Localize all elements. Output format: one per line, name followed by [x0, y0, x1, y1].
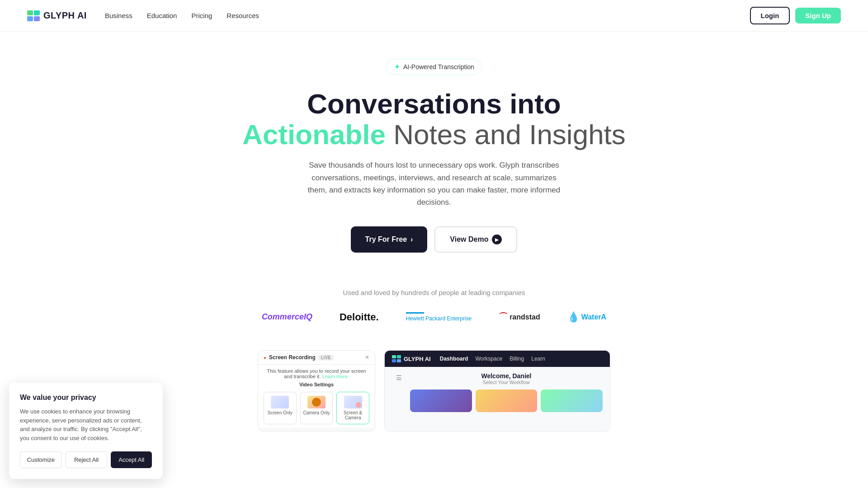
companies-logos: CommerceIQ Deloitte. Hewlett Packard Ent… [18, 311, 850, 323]
try-free-arrow: › [410, 235, 413, 244]
hero-title-bold: Actionable [242, 119, 386, 150]
view-demo-label: View Demo [450, 235, 488, 244]
live-badge: LIVE [318, 355, 334, 361]
try-free-button[interactable]: Try For Free › [351, 226, 428, 253]
screenshots-area: ● Screen Recording LIVE ✕ This feature a… [240, 341, 628, 432]
app-logo-icon [392, 355, 401, 362]
app-nav-workspace[interactable]: Workspace [475, 356, 502, 362]
workflow-grid [410, 389, 603, 412]
signup-button[interactable]: Sign Up [795, 8, 841, 23]
view-demo-button[interactable]: View Demo ▶ [434, 226, 517, 253]
app-logo: GLYPH AI [392, 355, 431, 362]
tab-screen-only[interactable]: Screen Only [264, 392, 297, 424]
navbar-right: Login Sign Up [750, 7, 841, 24]
navbar: GLYPH AI Business Education Pricing Reso… [0, 0, 868, 32]
hero-title-line1: Conversations into [242, 89, 626, 119]
cookie-banner: We value your privacy We use cookies to … [9, 383, 163, 450]
app-logo-text: GLYPH AI [404, 356, 431, 362]
close-icon[interactable]: ✕ [365, 354, 369, 361]
logo-commerceiq: CommerceIQ [262, 312, 312, 322]
recording-tabs: Screen Only Camera Only Screen & Camera [264, 392, 369, 424]
app-content: Welcome, Daniel Select Your Workflow [410, 372, 603, 412]
nav-resources[interactable]: Resources [226, 12, 259, 19]
nav-pricing[interactable]: Pricing [191, 12, 212, 19]
app-dashboard-card: GLYPH AI Dashboard Workspace Billing Lea… [384, 350, 610, 432]
hero-title-line2: Actionable Notes and Insights [242, 119, 626, 150]
badge-text: AI-Powered Transcription [403, 63, 474, 70]
hero-title: Conversations into Actionable Notes and … [242, 89, 626, 150]
screen-rec-body: This feature allows you to record your s… [258, 365, 375, 428]
tab-camera-only[interactable]: Camera Only [300, 392, 333, 424]
nav-business[interactable]: Business [105, 12, 132, 19]
hero-buttons: Try For Free › View Demo ▶ [351, 226, 518, 253]
app-nav: Dashboard Workspace Billing Learn [440, 356, 545, 362]
companies-section: Used and loved by hundreds of people at … [18, 280, 850, 341]
cookie-text: We use cookies to enhance your browsing … [20, 407, 152, 442]
login-button[interactable]: Login [750, 7, 790, 24]
app-header: GLYPH AI Dashboard Workspace Billing Lea… [385, 351, 610, 367]
logo-hp: Hewlett Packard Enterprise [406, 312, 472, 322]
logo-icon [27, 10, 40, 21]
hero-subtitle: Save thousands of hours lost to unnecess… [307, 159, 561, 208]
screen-rec-title: ● Screen Recording LIVE [264, 354, 334, 361]
tab-screen-camera[interactable]: Screen & Camera [336, 392, 369, 424]
hero-badge: ✦ AI-Powered Transcription [386, 59, 482, 75]
logo-randstad: ⌒ randstad [499, 311, 540, 323]
screen-rec-description: This feature allows you to record your s… [264, 368, 369, 379]
sidebar-menu-icon[interactable]: ☰ [395, 374, 403, 382]
app-nav-learn[interactable]: Learn [531, 356, 545, 362]
app-nav-billing[interactable]: Billing [509, 356, 524, 362]
try-free-label: Try For Free [365, 235, 407, 244]
logo[interactable]: GLYPH AI [27, 10, 87, 21]
logo-deloitte: Deloitte. [340, 311, 379, 323]
app-body: ☰ Welcome, Daniel Select Your Workflow [385, 367, 610, 418]
navbar-left: GLYPH AI Business Education Pricing Reso… [27, 10, 259, 21]
app-sidebar: ☰ [392, 372, 406, 412]
logo-water: 💧 WaterA [567, 311, 606, 323]
hero-title-rest: Notes and Insights [386, 119, 626, 150]
companies-label: Used and loved by hundreds of people at … [18, 289, 850, 296]
nav-education[interactable]: Education [147, 12, 177, 19]
welcome-text: Welcome, Daniel [410, 372, 603, 380]
learn-more-link[interactable]: Learn more. [322, 374, 349, 379]
demo-play-icon: ▶ [492, 235, 502, 244]
video-settings-label: Video Settings [264, 382, 369, 387]
screen-recording-card: ● Screen Recording LIVE ✕ This feature a… [258, 350, 375, 432]
app-nav-dashboard[interactable]: Dashboard [440, 356, 468, 362]
cookie-title: We value your privacy [20, 394, 152, 402]
record-icon: ● [264, 355, 266, 360]
workflow-subtitle: Select Your Workflow [410, 380, 603, 385]
screen-rec-header: ● Screen Recording LIVE ✕ [258, 351, 375, 365]
logo-text: GLYPH AI [43, 10, 87, 21]
badge-icon: ✦ [394, 62, 401, 72]
nav-links: Business Education Pricing Resources [105, 12, 259, 19]
workflow-tile-3[interactable] [541, 389, 603, 412]
workflow-tile-2[interactable] [476, 389, 538, 412]
workflow-tile-1[interactable] [410, 389, 472, 412]
